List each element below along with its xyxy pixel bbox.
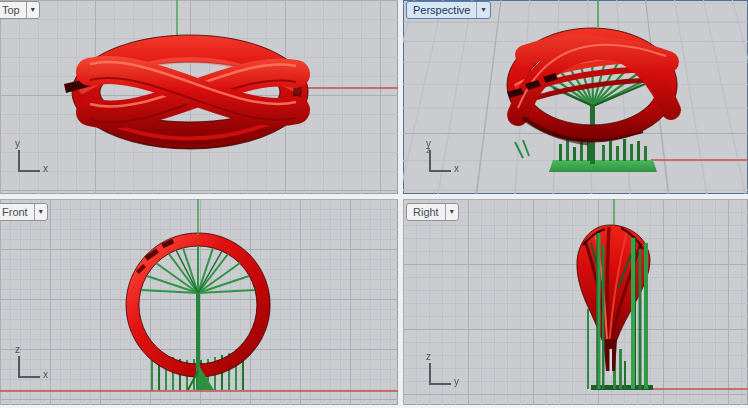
viewport-title[interactable]: Front: [0, 204, 34, 220]
viewport-right[interactable]: z y Right ▾: [403, 199, 748, 405]
chevron-down-icon[interactable]: ▾: [476, 2, 489, 18]
chevron-down-icon[interactable]: ▾: [34, 204, 47, 220]
viewport-perspective[interactable]: y z x Perspective ▾: [403, 0, 748, 194]
viewport-tab-front[interactable]: Front ▾: [0, 203, 48, 221]
model-top-view[interactable]: [0, 0, 398, 194]
axis-gizmo-right: z y: [425, 356, 469, 392]
axis-line-vertical: [429, 363, 431, 384]
rhino-four-viewport-layout: y x Top ▾: [0, 0, 748, 408]
viewport-tab-right[interactable]: Right ▾: [406, 203, 459, 221]
viewport-title[interactable]: Top: [0, 2, 26, 18]
axis-line-vertical: [18, 356, 20, 377]
axis-line-horizontal: [18, 170, 40, 172]
model-front-view[interactable]: [0, 199, 398, 405]
axis-line-horizontal: [18, 376, 40, 378]
viewport-title[interactable]: Perspective: [407, 2, 476, 18]
viewport-tab-perspective[interactable]: Perspective ▾: [406, 1, 491, 19]
axis-line-horizontal: [429, 170, 451, 172]
viewport-front[interactable]: z x Front ▾: [0, 199, 398, 405]
top-crossing-strands[interactable]: [90, 62, 296, 122]
viewport-tab-top[interactable]: Top ▾: [0, 1, 40, 19]
axis-line-vertical: [429, 150, 431, 171]
axis-label-x: x: [454, 163, 459, 174]
axis-label-x: x: [43, 163, 48, 174]
perspective-ring[interactable]: [507, 28, 677, 143]
axis-label-x: x: [43, 369, 48, 380]
axis-label-z: z: [426, 351, 431, 362]
axis-gizmo-perspective: y z x: [425, 143, 469, 179]
axis-label-y: y: [15, 138, 20, 149]
chevron-down-icon[interactable]: ▾: [26, 2, 39, 18]
perspective-support-base[interactable]: [549, 138, 657, 172]
axis-gizmo-top: y x: [14, 143, 58, 179]
viewport-top[interactable]: y x Top ▾: [0, 0, 398, 194]
axis-line-horizontal: [429, 383, 451, 385]
chevron-down-icon[interactable]: ▾: [445, 204, 458, 220]
viewport-title[interactable]: Right: [407, 204, 445, 220]
axis-gizmo-front: z x: [14, 349, 58, 385]
axis-line-vertical: [18, 150, 20, 171]
axis-label-z: z: [15, 344, 20, 355]
axis-label-y: y: [454, 376, 459, 387]
